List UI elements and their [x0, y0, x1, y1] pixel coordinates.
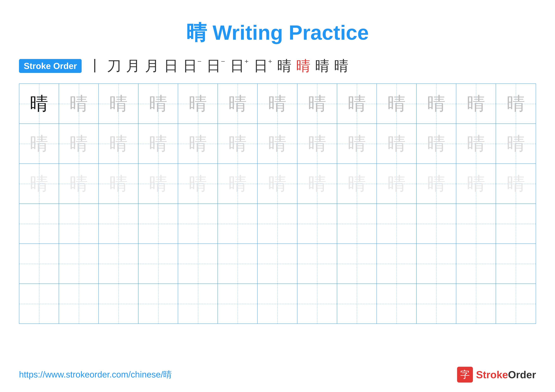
- cell-3-4[interactable]: 晴: [139, 164, 178, 204]
- cell-4-8[interactable]: [297, 204, 337, 243]
- cell-4-1[interactable]: [19, 204, 59, 243]
- cell-3-7[interactable]: 晴: [258, 164, 297, 204]
- cell-5-9[interactable]: [337, 244, 377, 284]
- cell-2-6[interactable]: 晴: [218, 124, 258, 164]
- cell-6-2[interactable]: [59, 284, 99, 324]
- grid-row-1: 晴 晴 晴 晴 晴 晴 晴 晴 晴: [19, 84, 536, 124]
- cell-2-11[interactable]: 晴: [416, 124, 456, 164]
- cell-5-2[interactable]: [59, 244, 99, 284]
- cell-6-3[interactable]: [99, 284, 139, 324]
- stroke-6: 日⁻: [183, 56, 202, 76]
- cell-6-7[interactable]: [258, 284, 297, 324]
- cell-1-4[interactable]: 晴: [139, 84, 178, 123]
- char-light: 晴: [308, 131, 326, 156]
- grid-row-5: [19, 244, 536, 284]
- cell-6-4[interactable]: [139, 284, 178, 324]
- cell-3-12[interactable]: 晴: [456, 164, 496, 204]
- cell-1-9[interactable]: 晴: [337, 84, 377, 123]
- char-medium: 晴: [507, 91, 525, 116]
- footer: https://www.strokeorder.com/chinese/晴 字 …: [19, 367, 536, 383]
- cell-4-2[interactable]: [59, 204, 99, 243]
- cell-2-9[interactable]: 晴: [337, 124, 377, 164]
- cell-4-3[interactable]: [99, 204, 139, 243]
- stroke-1: 丨: [88, 56, 102, 76]
- char-light: 晴: [387, 131, 406, 156]
- cell-2-13[interactable]: 晴: [496, 124, 536, 164]
- cell-5-1[interactable]: [19, 244, 59, 284]
- cell-3-13[interactable]: 晴: [496, 164, 536, 204]
- cell-5-11[interactable]: [416, 244, 456, 284]
- cell-2-2[interactable]: 晴: [59, 124, 99, 164]
- cell-6-12[interactable]: [456, 284, 496, 324]
- cell-5-6[interactable]: [218, 244, 258, 284]
- cell-4-5[interactable]: [178, 204, 218, 243]
- cell-5-3[interactable]: [99, 244, 139, 284]
- cell-3-8[interactable]: 晴: [297, 164, 337, 204]
- char-light: 晴: [348, 131, 366, 156]
- practice-grid: 晴 晴 晴 晴 晴 晴 晴 晴 晴: [19, 84, 536, 324]
- cell-6-1[interactable]: [19, 284, 59, 324]
- cell-5-10[interactable]: [377, 244, 416, 284]
- cell-3-9[interactable]: 晴: [337, 164, 377, 204]
- cell-1-7[interactable]: 晴: [258, 84, 297, 123]
- cell-1-8[interactable]: 晴: [297, 84, 337, 123]
- cell-1-6[interactable]: 晴: [218, 84, 258, 123]
- cell-1-1[interactable]: 晴: [19, 84, 59, 123]
- char-medium: 晴: [149, 91, 167, 116]
- char-light: 晴: [467, 131, 485, 156]
- cell-4-10[interactable]: [377, 204, 416, 243]
- cell-2-8[interactable]: 晴: [297, 124, 337, 164]
- cell-6-13[interactable]: [496, 284, 536, 324]
- char-light: 晴: [268, 131, 286, 156]
- cell-1-2[interactable]: 晴: [59, 84, 99, 123]
- cell-6-6[interactable]: [218, 284, 258, 324]
- cell-2-5[interactable]: 晴: [178, 124, 218, 164]
- char-very-light: 晴: [387, 171, 406, 196]
- stroke-13: 晴: [334, 56, 348, 76]
- cell-5-12[interactable]: [456, 244, 496, 284]
- char-medium: 晴: [467, 91, 485, 116]
- cell-4-13[interactable]: [496, 204, 536, 243]
- cell-5-13[interactable]: [496, 244, 536, 284]
- grid-row-2: 晴 晴 晴 晴 晴 晴 晴 晴 晴: [19, 124, 536, 164]
- cell-2-3[interactable]: 晴: [99, 124, 139, 164]
- cell-6-9[interactable]: [337, 284, 377, 324]
- cell-6-10[interactable]: [377, 284, 416, 324]
- cell-6-8[interactable]: [297, 284, 337, 324]
- cell-1-3[interactable]: 晴: [99, 84, 139, 123]
- cell-6-5[interactable]: [178, 284, 218, 324]
- cell-4-7[interactable]: [258, 204, 297, 243]
- cell-3-6[interactable]: 晴: [218, 164, 258, 204]
- cell-3-10[interactable]: 晴: [377, 164, 416, 204]
- cell-1-10[interactable]: 晴: [377, 84, 416, 123]
- cell-4-4[interactable]: [139, 204, 178, 243]
- cell-3-11[interactable]: 晴: [416, 164, 456, 204]
- cell-1-12[interactable]: 晴: [456, 84, 496, 123]
- cell-3-5[interactable]: 晴: [178, 164, 218, 204]
- cell-5-4[interactable]: [139, 244, 178, 284]
- cell-5-5[interactable]: [178, 244, 218, 284]
- cell-4-11[interactable]: [416, 204, 456, 243]
- cell-2-1[interactable]: 晴: [19, 124, 59, 164]
- cell-3-2[interactable]: 晴: [59, 164, 99, 204]
- stroke-11: 晴: [296, 56, 310, 76]
- cell-4-12[interactable]: [456, 204, 496, 243]
- cell-5-7[interactable]: [258, 244, 297, 284]
- cell-3-3[interactable]: 晴: [99, 164, 139, 204]
- cell-6-11[interactable]: [416, 284, 456, 324]
- cell-1-13[interactable]: 晴: [496, 84, 536, 123]
- cell-2-12[interactable]: 晴: [456, 124, 496, 164]
- cell-4-9[interactable]: [337, 204, 377, 243]
- cell-2-10[interactable]: 晴: [377, 124, 416, 164]
- char-light: 晴: [228, 131, 247, 156]
- grid-row-4: [19, 204, 536, 244]
- cell-3-1[interactable]: 晴: [19, 164, 59, 204]
- cell-1-11[interactable]: 晴: [416, 84, 456, 123]
- cell-5-8[interactable]: [297, 244, 337, 284]
- stroke-10: 晴: [277, 56, 292, 76]
- cell-1-5[interactable]: 晴: [178, 84, 218, 123]
- char-light: 晴: [70, 131, 88, 156]
- cell-2-7[interactable]: 晴: [258, 124, 297, 164]
- cell-2-4[interactable]: 晴: [139, 124, 178, 164]
- cell-4-6[interactable]: [218, 204, 258, 243]
